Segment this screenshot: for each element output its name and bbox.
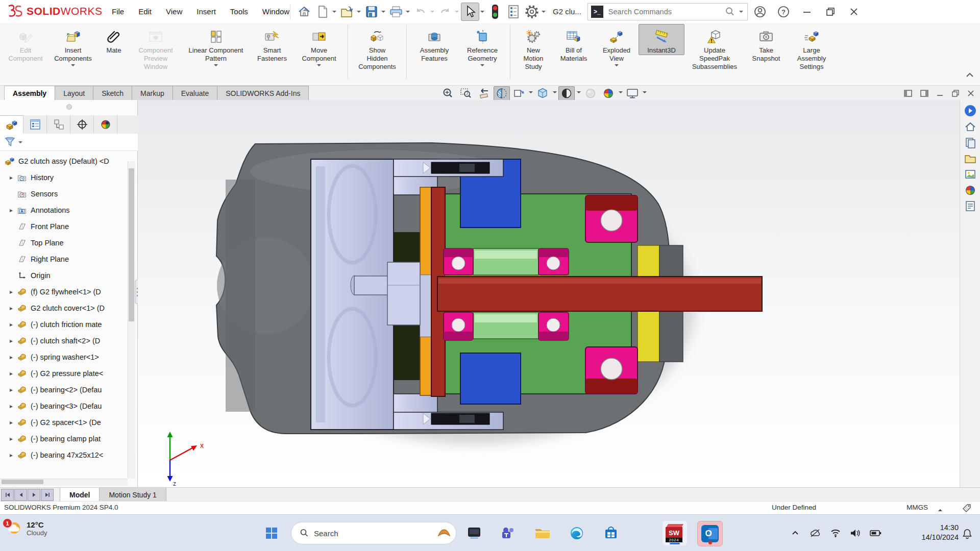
display-style-caret[interactable] [577,91,581,95]
tab-solidworks-addins[interactable]: SOLIDWORKS Add-Ins [217,86,309,100]
expand-arrow-icon[interactable]: ▸ [6,305,16,312]
print-caret[interactable] [406,11,410,15]
tree-item-right-plane[interactable]: Right Plane [0,251,128,267]
move-component-caret[interactable] [317,64,321,68]
expand-arrow-icon[interactable]: ▸ [6,419,16,426]
display-style-button[interactable] [558,86,575,101]
ribbon-reference-geometry[interactable]: Reference Geometry [458,24,506,69]
tree-item-front-plane[interactable]: Front Plane [0,218,128,235]
tree-item-bearing-2[interactable]: ▸ (-) bearing<2> (Defau [0,382,128,398]
ribbon-show-hidden-components[interactable]: Show Hidden Components [352,24,403,71]
new-document-caret[interactable] [332,11,336,15]
search-icon[interactable] [725,7,735,17]
edit-appearance-caret[interactable] [619,91,623,95]
search-scope-caret[interactable] [739,11,743,15]
panel-tab-dimxpertmanager[interactable] [70,115,94,134]
section-view-button[interactable] [494,86,510,101]
task-pane-expand-button[interactable] [964,104,977,117]
panel-tab-configurationmanager[interactable] [47,115,70,134]
expand-arrow-icon[interactable]: ▸ [6,370,16,377]
ribbon-mate[interactable]: Mate [98,24,130,55]
insert-components-caret[interactable] [71,64,75,68]
expand-arrow-icon[interactable]: ▸ [6,321,16,328]
wifi-icon[interactable] [830,528,841,538]
panel-tab-propertymanager[interactable] [23,115,47,134]
expand-arrow-icon[interactable]: ▸ [6,403,16,410]
status-units[interactable]: MMGS [906,504,928,511]
reference-geometry-caret[interactable] [480,64,484,68]
tree-item-sensors[interactable]: Sensors [0,186,128,202]
expand-arrow-icon[interactable]: ▸ [6,354,16,361]
file-explorer-pane-icon[interactable] [964,153,976,165]
tree-item-spacer[interactable]: ▸ (-) G2 spacer<1> (De [0,414,128,431]
close-button[interactable] [843,2,865,22]
ribbon-large-assembly-settings[interactable]: Large Assembly Settings [788,24,836,71]
motion-study-tab[interactable]: Motion Study 1 [100,488,166,502]
tab-layout[interactable]: Layout [55,86,93,100]
tree-item-spring-washer[interactable]: ▸ (-) spring washer<1> [0,349,128,365]
tree-item-flywheel[interactable]: ▸ (f) G2 flywheel<1> (D [0,284,128,300]
tree-item-friction-plate[interactable]: ▸ (-) clutch friction mate [0,316,128,333]
ribbon-insert-components[interactable]: Insert Components [48,24,98,69]
restore-button[interactable] [819,2,842,22]
volume-icon[interactable] [850,528,861,538]
ribbon-assembly-features[interactable]: Assembly Features [410,24,458,63]
menu-file[interactable]: File [105,0,131,23]
tree-item-clutch-cover[interactable]: ▸ G2 clutch cover<1> (D [0,300,128,316]
solidworks-resources-icon[interactable] [964,121,976,133]
menu-view[interactable]: View [159,0,189,23]
units-caret[interactable] [938,507,942,511]
tree-item-bearing-47x25x12[interactable]: ▸ (-) bearing 47x25x12< [0,447,128,463]
drawing-view-button[interactable] [511,86,527,101]
tree-item-top-plane[interactable]: Top Plane [0,235,128,251]
tree-item-clutch-shaft[interactable]: ▸ (-) clutch shaft<2> (D [0,333,128,349]
app-icon-edge[interactable] [565,521,589,545]
options-caret[interactable] [542,11,546,15]
ribbon-exploded-view[interactable]: Exploded View [595,24,639,69]
tab-scroll-first-button[interactable] [1,489,14,501]
properties-button[interactable] [505,3,522,20]
rebuild-button[interactable] [486,3,504,20]
view-settings-button[interactable] [624,86,641,101]
tree-root[interactable]: G2 clutch assy (Default) <D [0,153,128,169]
tab-sketch[interactable]: Sketch [93,86,132,100]
options-gear-button[interactable] [523,3,541,20]
new-document-button[interactable] [314,3,331,20]
doc-close-button[interactable] [967,89,975,97]
home-button[interactable] [296,3,313,20]
tree-item-history[interactable]: ▸ History [0,169,128,186]
select-tool-button[interactable] [461,3,479,21]
tray-chevron-icon[interactable] [790,528,800,538]
app-icon-store[interactable] [599,521,623,545]
edit-appearance-button[interactable] [600,86,617,101]
expand-arrow-icon[interactable]: ▸ [6,288,16,295]
tree-vertical-scrollbar-thumb[interactable] [129,168,134,321]
model-tab[interactable]: Model [60,488,100,502]
ribbon-smart-fasteners[interactable]: Smart Fasteners [250,24,294,63]
linear-pattern-caret[interactable] [214,64,218,68]
help-button[interactable]: ? [772,2,795,22]
save-button[interactable] [363,3,380,20]
tab-scroll-next-button[interactable] [28,489,40,501]
panel-tab-featuremanager[interactable] [0,115,23,134]
view-palette-icon[interactable] [964,168,976,181]
zoom-to-fit-button[interactable] [440,86,456,101]
pane-right-button[interactable] [920,89,929,97]
tab-markup[interactable]: Markup [132,86,173,100]
ribbon-bill-of-materials[interactable]: Bill of Materials [553,24,595,63]
save-caret[interactable] [381,11,385,15]
search-highlight-icon[interactable] [436,526,452,540]
graphics-viewport[interactable]: x z [138,100,960,487]
expand-arrow-icon[interactable]: ▸ [6,207,16,214]
menu-edit[interactable]: Edit [131,0,159,23]
view-orientation-button[interactable] [534,86,551,101]
select-tool-caret[interactable] [480,11,484,15]
expand-arrow-icon[interactable]: ▸ [6,174,16,181]
pane-left-button[interactable] [903,89,913,97]
expand-arrow-icon[interactable]: ▸ [6,386,16,393]
appearances-scenes-icon[interactable] [964,184,976,196]
tree-item-bearing-clamp[interactable]: ▸ (-) bearing clamp plat [0,431,128,447]
command-search-input[interactable] [607,7,721,16]
ribbon-update-speedpak[interactable]: Update SpeedPak Subassemblies [684,24,745,71]
battery-icon[interactable] [870,528,882,538]
